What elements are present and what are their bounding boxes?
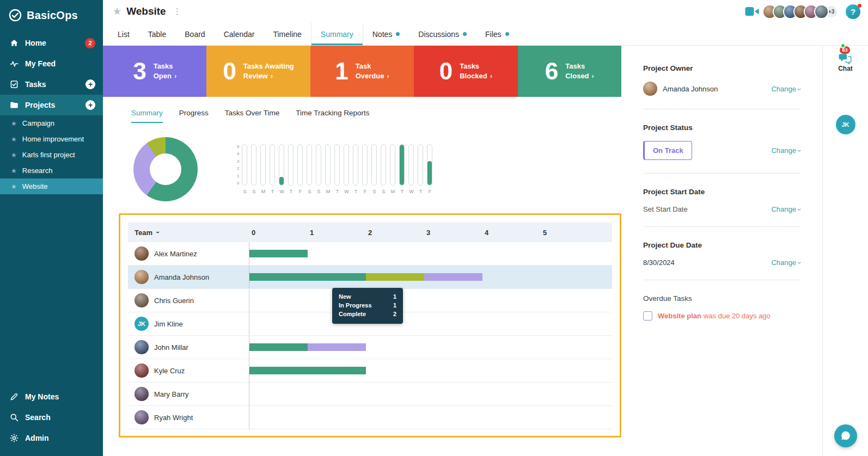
sidebar-item-tasks[interactable]: Tasks+ [0, 74, 103, 95]
stat-tasks-blocked[interactable]: 0TasksBlocked› [414, 46, 517, 97]
tab-notes[interactable]: Notes [363, 23, 409, 45]
overdue-task-checkbox[interactable] [643, 311, 652, 321]
task-bar-segment[interactable] [424, 273, 482, 281]
tab-summary[interactable]: Summary [311, 23, 363, 45]
activity-bar[interactable]: T [288, 144, 294, 194]
tab-discussions[interactable]: Discussions [409, 23, 476, 45]
activity-bar[interactable]: S [316, 144, 321, 194]
donut-chart[interactable] [133, 137, 198, 201]
team-row-kyle-cruz[interactable]: Kyle Cruz [128, 359, 612, 383]
activity-bar[interactable]: F [427, 144, 432, 194]
video-call-icon[interactable] [745, 6, 759, 17]
change-owner-link[interactable]: Change› [771, 85, 800, 93]
sidebar-item-admin[interactable]: Admin [0, 428, 103, 448]
change-start-date-link[interactable]: Change› [771, 205, 800, 213]
axis-tick-label: 3 [426, 229, 430, 237]
subtab-progress[interactable]: Progress [179, 109, 209, 123]
activity-bar[interactable]: F [362, 144, 368, 194]
subtab-time-tracking-reports[interactable]: Time Tracking Reports [296, 109, 369, 123]
task-bar-segment[interactable] [249, 273, 366, 281]
stat-tasks-awaiting-review[interactable]: 0Tasks AwaitingReview› [206, 46, 310, 97]
avatar [135, 363, 149, 378]
tab-timeline[interactable]: Timeline [264, 23, 310, 45]
avatar: JK [135, 317, 149, 331]
sidebar-project-home-improvement[interactable]: ★Home improvement [0, 131, 103, 147]
task-bar-segment[interactable] [249, 343, 308, 351]
activity-bar[interactable]: S [307, 144, 312, 194]
activity-bar[interactable]: T [353, 144, 358, 194]
activity-bar[interactable]: M [325, 144, 331, 194]
sidebar-item-my-notes[interactable]: My Notes [0, 386, 103, 407]
activity-bar[interactable]: M [390, 144, 395, 194]
kebab-menu-icon[interactable]: ⋮ [171, 7, 184, 16]
sidebar-project-website[interactable]: ★Website [0, 178, 103, 194]
app-logo[interactable]: BasicOps [0, 0, 103, 33]
change-status-link[interactable]: Change› [771, 146, 800, 155]
tab-list[interactable]: List [108, 23, 139, 45]
folder-icon [10, 101, 19, 109]
team-row-amanda-johnson[interactable]: Amanda Johnson [128, 266, 612, 289]
sidebar-projects: ★Campaign★Home improvement★Karls first p… [0, 115, 103, 194]
member-name: Alex Martinez [154, 250, 197, 258]
tab-calendar[interactable]: Calendar [215, 23, 264, 45]
overdue-task-link[interactable]: Website plan [658, 312, 701, 320]
online-status-dot [840, 43, 846, 48]
activity-bar[interactable]: S [371, 144, 377, 194]
task-bar-segment[interactable] [366, 273, 424, 281]
tab-table[interactable]: Table [139, 23, 175, 45]
activity-bar[interactable]: S [242, 144, 247, 194]
unread-dot [505, 32, 509, 36]
status-on-track-button[interactable]: On Track [643, 141, 692, 160]
add-projects-button[interactable]: + [85, 100, 95, 110]
stat-tasks-open[interactable]: 3TasksOpen› [103, 46, 206, 97]
sidebar-item-projects[interactable]: Projects+ [0, 95, 103, 115]
sidebar-nav: Home2My FeedTasks+Projects+ [0, 33, 103, 115]
add-tasks-button[interactable]: + [85, 79, 95, 89]
task-bar-segment[interactable] [249, 250, 308, 257]
activity-bar[interactable]: W [344, 144, 349, 194]
sidebar-item-home[interactable]: Home2 [0, 33, 103, 53]
day-label: T [336, 189, 339, 194]
activity-bar[interactable]: W [279, 144, 284, 194]
task-bar-segment[interactable] [249, 367, 366, 374]
activity-bar[interactable]: S [251, 144, 256, 194]
sidebar-project-campaign[interactable]: ★Campaign [0, 115, 103, 131]
stat-label: TasksOpen› [154, 61, 177, 81]
subtab-tasks-over-time[interactable]: Tasks Over Time [225, 109, 280, 123]
stat-task-overdue[interactable]: 1TaskOverdue› [310, 46, 414, 97]
team-row-alex-martinez[interactable]: Alex Martinez [128, 242, 612, 266]
member-avatar-cluster[interactable]: +3 [767, 4, 838, 19]
tab-files[interactable]: Files [476, 23, 518, 45]
activity-bar[interactable]: F [297, 144, 303, 194]
team-column-toggle[interactable]: Team › [128, 229, 249, 237]
activity-bar[interactable]: M [260, 144, 266, 194]
favorite-star-icon[interactable]: ★ [113, 5, 121, 17]
subtab-summary[interactable]: Summary [131, 109, 163, 123]
tab-board[interactable]: Board [175, 23, 214, 45]
stat-tasks-closed[interactable]: 6TasksClosed› [518, 46, 621, 97]
activity-bar[interactable]: W [408, 144, 414, 194]
y-tick-label: 5 [237, 144, 239, 149]
member-name: Mary Barry [154, 390, 189, 398]
activity-bar[interactable]: S [381, 144, 386, 194]
due-date-value[interactable]: 8/30/2024 [643, 258, 675, 267]
activity-bar[interactable]: T [270, 144, 275, 194]
change-due-date-link[interactable]: Change› [771, 258, 800, 267]
start-date-value[interactable]: Set Start Date [643, 205, 688, 213]
task-bar-segment[interactable] [308, 343, 366, 351]
activity-bar[interactable]: T [399, 144, 405, 194]
team-row-mary-barry[interactable]: Mary Barry [128, 383, 612, 406]
sidebar-project-research[interactable]: ★Research [0, 163, 103, 178]
activity-yaxis: 543210 [237, 144, 239, 186]
help-button[interactable]: ? [846, 4, 860, 19]
chat-fab-button[interactable] [834, 424, 857, 447]
sidebar-item-my-feed[interactable]: My Feed [0, 53, 103, 74]
chat-toggle[interactable]: Chat [838, 53, 853, 72]
team-row-john-millar[interactable]: John Millar [128, 336, 612, 359]
activity-bar[interactable]: T [334, 144, 340, 194]
sidebar-project-karls-first-project[interactable]: ★Karls first project [0, 147, 103, 163]
sidebar-item-search[interactable]: Search [0, 407, 103, 428]
team-row-ryah-wright[interactable]: Ryah Wright [128, 406, 612, 429]
chat-avatar[interactable]: JK [836, 115, 855, 134]
activity-bar[interactable]: T [418, 144, 423, 194]
